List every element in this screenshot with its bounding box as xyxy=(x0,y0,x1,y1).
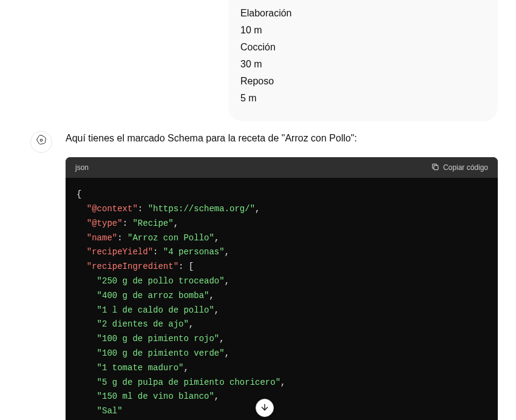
clipboard-icon xyxy=(431,163,440,173)
assistant-intro-text: Aquí tienes el marcado Schema para la re… xyxy=(66,130,498,146)
assistant-avatar xyxy=(30,131,52,153)
json-ingredient: "250 g de pollo troceado" xyxy=(97,276,225,286)
code-block: json Copiar código { "@context": "https:… xyxy=(66,157,498,420)
json-ingredient: "100 g de pimiento verde" xyxy=(97,348,225,358)
code-language-label: json xyxy=(75,162,89,173)
json-val-name: "Arroz con Pollo" xyxy=(127,233,214,243)
rest-label: Reposo xyxy=(240,74,486,89)
json-ingredient: "Sal" xyxy=(97,406,123,416)
json-ingredient: "1 tomate maduro" xyxy=(97,363,184,373)
json-val-yield: "4 personas" xyxy=(163,247,225,257)
json-key-type: "@type" xyxy=(87,218,123,228)
openai-logo-icon xyxy=(35,134,47,151)
json-key-name: "name" xyxy=(87,233,117,243)
json-ingredient: "100 g de pimiento rojo" xyxy=(97,334,220,344)
cook-label: Cocción xyxy=(240,40,486,55)
json-ingredient: "5 g de pulpa de pimiento choricero" xyxy=(97,378,280,387)
recipe-time-card: Elaboración 10 m Cocción 30 m Reposo 5 m xyxy=(228,0,498,121)
scroll-to-bottom-button[interactable] xyxy=(256,399,274,417)
cook-value: 30 m xyxy=(240,57,486,72)
json-key-yield: "recipeYield" xyxy=(87,247,153,257)
prep-label: Elaboración xyxy=(240,6,486,21)
json-val-context: "https://schema.org/" xyxy=(148,204,255,214)
json-key-ingredients: "recipeIngredient" xyxy=(87,262,178,271)
rest-value: 5 m xyxy=(240,91,486,106)
json-key-context: "@context" xyxy=(87,204,138,214)
json-ingredient: "400 g de arroz bomba" xyxy=(97,291,209,300)
json-ingredient: "1 l de caldo de pollo" xyxy=(97,305,214,315)
prep-value: 10 m xyxy=(240,23,486,38)
json-val-type: "Recipe" xyxy=(132,218,173,228)
json-ingredient: "150 ml de vino blanco" xyxy=(97,391,214,401)
svg-rect-1 xyxy=(434,165,438,169)
svg-point-0 xyxy=(40,139,42,141)
code-body[interactable]: { "@context": "https://schema.org/", "@t… xyxy=(66,178,498,420)
assistant-content: Aquí tienes el marcado Schema para la re… xyxy=(66,130,498,420)
code-header: json Copiar código xyxy=(66,157,498,178)
copy-code-button[interactable]: Copiar código xyxy=(431,163,488,173)
assistant-message: Aquí tienes el marcado Schema para la re… xyxy=(30,130,498,420)
arrow-down-icon xyxy=(260,402,270,414)
json-ingredient: "2 dientes de ajo" xyxy=(97,319,189,329)
copy-code-label: Copiar código xyxy=(443,163,488,172)
